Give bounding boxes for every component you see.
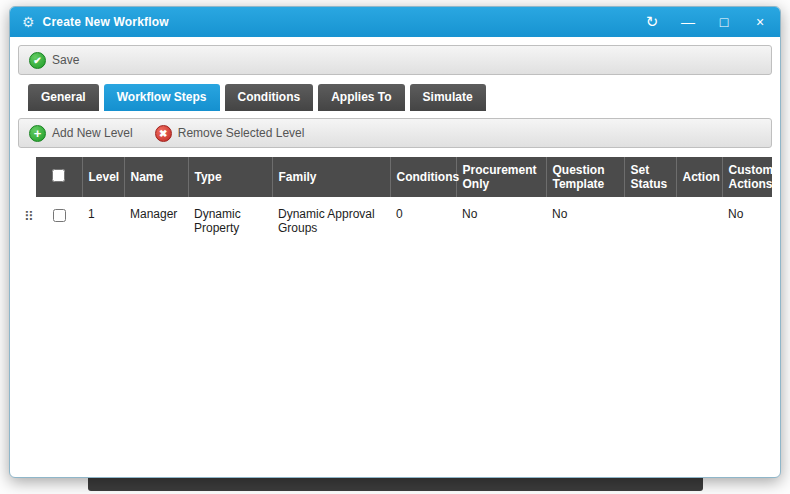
header-level: Level — [82, 157, 124, 197]
refresh-icon[interactable]: ↻ — [644, 15, 660, 29]
header-select-all — [36, 157, 82, 197]
cell-conditions: 0 — [390, 197, 456, 245]
header-drag-column — [18, 157, 36, 197]
header-family: Family — [272, 157, 390, 197]
row-checkbox[interactable] — [53, 209, 66, 222]
add-new-level-button[interactable]: + Add New Level — [29, 125, 133, 142]
tab-applies-to[interactable]: Applies To — [318, 84, 404, 111]
minimize-button[interactable]: — — [680, 15, 696, 29]
header-name: Name — [124, 157, 188, 197]
cell-name: Manager — [124, 197, 188, 245]
header-set-status: Set Status — [624, 157, 676, 197]
drag-handle-icon[interactable]: ⠿ — [24, 207, 34, 224]
header-question-template: Question Template — [546, 157, 624, 197]
cell-type: Dynamic Property — [188, 197, 272, 245]
save-button[interactable]: ✔ Save — [29, 52, 79, 69]
window-controls: ↻ — □ × — [644, 15, 768, 29]
save-check-icon: ✔ — [29, 52, 46, 69]
cell-procurement-only: No — [456, 197, 546, 245]
window-title: Create New Workflow — [43, 15, 169, 29]
cell-select — [36, 197, 82, 245]
background-window-bottom-bar — [88, 478, 703, 491]
header-procurement-only: Procurement Only — [456, 157, 546, 197]
header-conditions: Conditions — [390, 157, 456, 197]
table-row[interactable]: ⠿ 1 Manager Dynamic Property Dynamic App… — [18, 197, 772, 245]
cell-level: 1 — [82, 197, 124, 245]
workflow-steps-grid: Level Name Type Family Conditions Procur… — [18, 157, 772, 245]
maximize-button[interactable]: □ — [716, 15, 732, 29]
cell-drag: ⠿ — [18, 197, 36, 245]
remove-selected-level-button[interactable]: ✖ Remove Selected Level — [155, 125, 305, 142]
header-type: Type — [188, 157, 272, 197]
save-button-label: Save — [52, 53, 79, 67]
add-new-level-label: Add New Level — [52, 126, 133, 140]
tab-strip: General Workflow Steps Conditions Applie… — [28, 84, 772, 111]
app-icon: ⚙ — [22, 14, 35, 30]
header-custom-actions: Custom Actions — [722, 157, 772, 197]
table-header-row: Level Name Type Family Conditions Procur… — [18, 157, 772, 197]
tab-simulate[interactable]: Simulate — [410, 84, 486, 111]
cell-custom-actions: No — [722, 197, 772, 245]
cell-question-template: No — [546, 197, 624, 245]
save-toolbar: ✔ Save — [18, 45, 772, 75]
create-new-workflow-window: ⚙ Create New Workflow ↻ — □ × ✔ Save Gen… — [9, 6, 781, 478]
window-body: ✔ Save General Workflow Steps Conditions… — [10, 37, 780, 253]
cell-set-status — [624, 197, 676, 245]
tab-conditions[interactable]: Conditions — [225, 84, 314, 111]
select-all-checkbox[interactable] — [52, 169, 65, 182]
add-plus-icon: + — [29, 125, 46, 142]
level-toolbar: + Add New Level ✖ Remove Selected Level — [18, 118, 772, 148]
tab-workflow-steps[interactable]: Workflow Steps — [104, 84, 220, 111]
remove-x-icon: ✖ — [155, 125, 172, 142]
titlebar: ⚙ Create New Workflow ↻ — □ × — [10, 7, 780, 37]
tab-general[interactable]: General — [28, 84, 99, 111]
cell-family: Dynamic Approval Groups — [272, 197, 390, 245]
cell-action — [676, 197, 722, 245]
workflow-steps-table: Level Name Type Family Conditions Procur… — [18, 157, 772, 245]
close-button[interactable]: × — [752, 15, 768, 29]
remove-selected-level-label: Remove Selected Level — [178, 126, 305, 140]
header-action: Action — [676, 157, 722, 197]
